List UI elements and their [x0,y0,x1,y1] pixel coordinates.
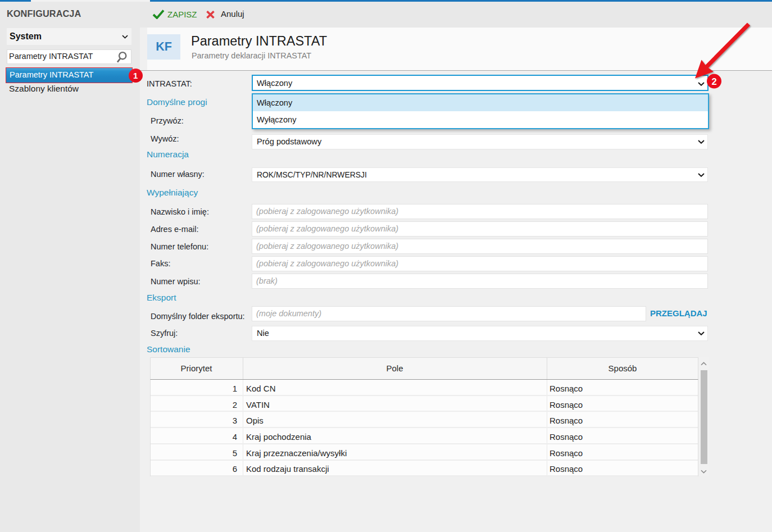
svg-text:2: 2 [711,76,716,87]
